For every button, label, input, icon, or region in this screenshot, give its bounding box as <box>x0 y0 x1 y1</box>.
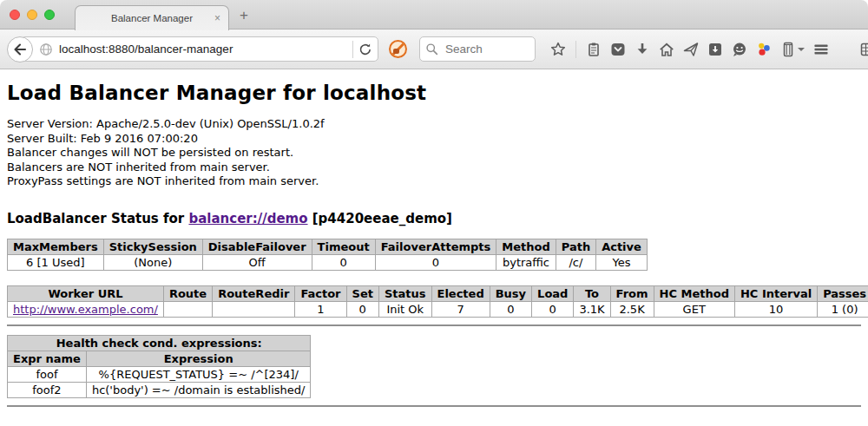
back-icon <box>12 42 28 57</box>
health-row-foof2: foof2 hc('body') =~ /domain is establish… <box>8 382 311 397</box>
cell-busy: 0 <box>490 301 531 317</box>
page-content: Load Balancer Manager for localhost Serv… <box>0 69 868 426</box>
col-maxmembers: MaxMembers <box>8 239 104 254</box>
globe-icon[interactable] <box>39 43 53 56</box>
divider-rule <box>7 324 861 326</box>
colored-dots-extension-icon <box>756 42 772 57</box>
col-from: From <box>610 285 654 301</box>
tiles-extension-button[interactable] <box>857 37 868 62</box>
chat-button[interactable] <box>728 37 751 62</box>
col-routeredir: RouteRedir <box>213 285 295 301</box>
send-button[interactable] <box>680 37 702 62</box>
worker-url-link[interactable]: http://www.example.com/ <box>13 303 158 316</box>
search-icon <box>425 43 438 56</box>
window-controls <box>10 10 55 20</box>
cell-path: /c/ <box>556 254 595 270</box>
reading-list-button[interactable] <box>582 37 605 62</box>
bottom-rule <box>7 405 861 407</box>
blocked-content-circle <box>389 40 407 58</box>
url-text[interactable]: localhost:8880/balancer-manager <box>59 43 347 56</box>
search-input[interactable] <box>444 42 522 56</box>
status-heading-prefix: LoadBalancer Status for <box>7 211 188 226</box>
col-timeout: Timeout <box>312 239 375 254</box>
server-info: Server Version: Apache/2.5.0-dev (Unix) … <box>7 117 861 189</box>
col-elected: Elected <box>431 285 490 301</box>
cell-status: Init Ok <box>378 301 431 317</box>
cell-routeredir <box>213 301 295 317</box>
chat-smiley-icon <box>732 42 747 57</box>
zoom-window-button[interactable] <box>44 10 55 20</box>
address-bar[interactable]: localhost:8880/balancer-manager <box>21 36 378 62</box>
col-load: Load <box>532 285 574 301</box>
page-title: Load Balancer Manager for localhost <box>7 82 861 104</box>
menu-group <box>809 37 868 62</box>
tab-balancer-manager[interactable]: Balancer Manager × <box>75 5 229 30</box>
cell-from: 2.5K <box>610 301 654 317</box>
tab-close-icon[interactable]: × <box>214 12 220 24</box>
cell-failoverattempts: 0 <box>375 254 496 270</box>
download-extension-button[interactable] <box>704 37 727 62</box>
cell-expression-foof2: hc('body') =~ /domain is established/ <box>86 382 311 397</box>
health-title-row: Health check cond. expressions: <box>8 335 311 351</box>
archive-extension-button[interactable] <box>777 37 808 62</box>
balancer-demo-link[interactable]: balancer://demo <box>188 211 307 226</box>
menu-button[interactable] <box>810 37 832 62</box>
colored-dots-extension-button[interactable] <box>753 37 775 62</box>
col-path: Path <box>556 239 595 254</box>
cell-set: 0 <box>346 301 378 317</box>
download-extension-icon <box>707 42 723 57</box>
pocket-icon <box>610 42 626 57</box>
status-heading-suffix: [p4420eeae_demo] <box>308 211 452 226</box>
worker-header-row: Worker URL Route RouteRedir Factor Set S… <box>8 285 868 301</box>
proxypass-notice-line: ProxyPass settings are NOT inherited fro… <box>7 174 861 189</box>
tab-title: Balancer Manager <box>111 13 193 23</box>
col-route: Route <box>163 285 212 301</box>
pocket-button[interactable] <box>607 37 629 62</box>
status-heading: LoadBalancer Status for balancer://demo … <box>7 211 861 226</box>
hamburger-menu-icon <box>813 42 829 57</box>
cell-worker-url: http://www.example.com/ <box>8 301 164 317</box>
col-hc-method: HC Method <box>654 285 734 301</box>
cell-active: Yes <box>596 254 648 270</box>
send-icon <box>683 42 699 57</box>
cell-expr-name-foof: foof <box>8 366 87 382</box>
navigation-toolbar: localhost:8880/balancer-manager <box>0 29 868 69</box>
col-active: Active <box>596 239 648 254</box>
dropdown-caret-icon <box>798 48 805 51</box>
cell-route <box>163 301 212 317</box>
bookmark-button[interactable] <box>547 37 569 62</box>
health-header-row: Expr name Expression <box>8 351 311 366</box>
reload-icon[interactable] <box>358 43 372 56</box>
tiles-extension-icon <box>860 42 868 57</box>
cell-hc-interval: 10 <box>734 301 817 317</box>
close-window-button[interactable] <box>10 10 20 20</box>
col-worker-url: Worker URL <box>8 285 164 301</box>
col-failoverattempts: FailoverAttempts <box>375 239 496 254</box>
home-button[interactable] <box>655 37 678 62</box>
col-factor: Factor <box>295 285 346 301</box>
minimize-window-button[interactable] <box>27 10 37 20</box>
persist-notice-line: Balancer changes will NOT be persisted o… <box>7 146 861 161</box>
health-table-title: Health check cond. expressions: <box>8 335 311 351</box>
toolbar-separator <box>575 41 576 58</box>
cell-load: 0 <box>532 301 574 317</box>
cell-stickysession: (None) <box>103 254 202 270</box>
cell-factor: 1 <box>295 301 346 317</box>
cell-maxmembers: 6 [1 Used] <box>8 254 104 270</box>
col-stickysession: StickySession <box>103 239 202 254</box>
blocked-content-icon[interactable] <box>389 40 407 58</box>
col-hc-interval: HC Interval <box>734 285 817 301</box>
back-button[interactable] <box>7 36 33 62</box>
home-icon <box>659 42 674 57</box>
new-tab-button[interactable]: + <box>240 7 248 24</box>
browser-window: Balancer Manager × + localhost:8880/bala… <box>0 0 868 426</box>
cell-method: bytraffic <box>496 254 556 270</box>
col-passes: Passes <box>818 285 868 301</box>
health-check-table: Health check cond. expressions: Expr nam… <box>7 335 311 398</box>
col-set: Set <box>346 285 378 301</box>
col-busy: Busy <box>490 285 531 301</box>
downloads-button[interactable] <box>631 37 654 62</box>
search-box[interactable] <box>419 36 536 62</box>
col-to: To <box>574 285 610 301</box>
server-version-line: Server Version: Apache/2.5.0-dev (Unix) … <box>7 117 861 132</box>
